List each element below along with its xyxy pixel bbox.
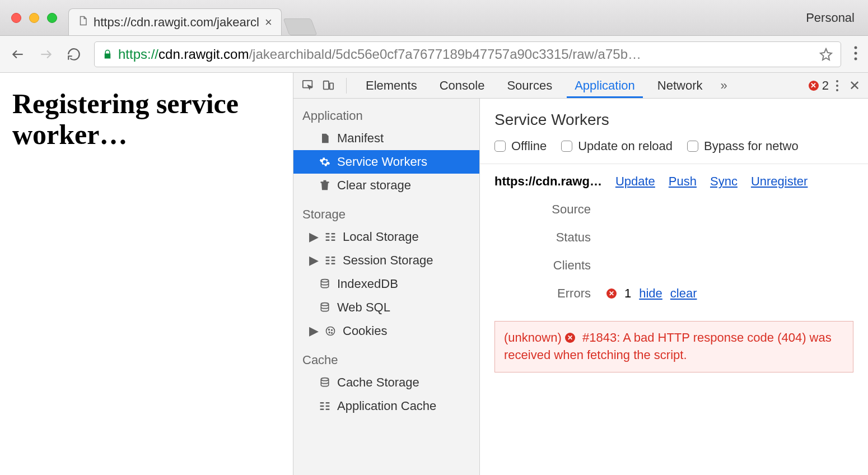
sync-link[interactable]: Sync bbox=[710, 174, 738, 189]
page-content: Registering service worker… bbox=[0, 73, 293, 475]
kebab-menu-icon[interactable] bbox=[853, 45, 858, 63]
svg-rect-4 bbox=[324, 81, 329, 89]
unregister-link[interactable]: Unregister bbox=[751, 174, 808, 189]
zoom-window-button[interactable] bbox=[47, 13, 57, 23]
label-source: Source bbox=[494, 202, 606, 217]
svg-point-8 bbox=[836, 89, 838, 91]
svg-point-16 bbox=[321, 378, 328, 381]
tab-title: https://cdn.rawgit.com/jakearcl bbox=[94, 15, 259, 30]
sidebar-item-websql[interactable]: Web SQL bbox=[293, 296, 479, 319]
database-icon bbox=[318, 278, 332, 290]
error-count: 1 bbox=[624, 286, 631, 301]
offline-checkbox[interactable]: Offline bbox=[494, 139, 547, 153]
sidebar-item-cookies[interactable]: ▶ Cookies bbox=[293, 319, 479, 343]
url-host: cdn.rawgit.com bbox=[158, 46, 249, 62]
sidebar-item-label: Web SQL bbox=[337, 300, 390, 315]
error-message-block: (unknown) ✕ #1843: A bad HTTP response c… bbox=[494, 321, 853, 372]
tab-network[interactable]: Network bbox=[650, 73, 711, 98]
minimize-window-button[interactable] bbox=[29, 13, 39, 23]
traffic-lights bbox=[11, 13, 57, 23]
svg-point-14 bbox=[329, 332, 330, 333]
sidebar-section-application: Application bbox=[293, 99, 479, 127]
devtools-body: Application Manifest Service Workers Cle… bbox=[293, 99, 868, 475]
svg-point-11 bbox=[326, 327, 335, 336]
disclosure-triangle-icon[interactable]: ▶ bbox=[309, 324, 318, 338]
sidebar-item-label: Manifest bbox=[337, 131, 384, 146]
reload-button[interactable] bbox=[66, 46, 82, 62]
checkbox-label: Offline bbox=[511, 139, 547, 153]
device-toggle-icon[interactable] bbox=[321, 80, 335, 92]
error-icon: ✕ bbox=[606, 288, 617, 299]
tab-elements[interactable]: Elements bbox=[358, 73, 425, 98]
forward-button[interactable] bbox=[38, 46, 54, 62]
sidebar-item-label: IndexedDB bbox=[337, 277, 398, 291]
push-link[interactable]: Push bbox=[669, 174, 697, 189]
devtools: Elements Console Sources Application Net… bbox=[293, 73, 868, 475]
back-button[interactable] bbox=[10, 46, 26, 62]
error-indicator[interactable]: ✕ 2 bbox=[809, 78, 829, 93]
tab-console[interactable]: Console bbox=[432, 73, 493, 98]
lock-icon bbox=[102, 48, 113, 60]
tab-strip: https://cdn.rawgit.com/jakearcl × bbox=[68, 0, 806, 35]
error-prefix: (unknown) bbox=[504, 329, 562, 347]
devtools-close-icon[interactable]: ✕ bbox=[849, 78, 860, 94]
sidebar-item-cache-storage[interactable]: Cache Storage bbox=[293, 371, 479, 394]
sidebar-item-indexeddb[interactable]: IndexedDB bbox=[293, 272, 479, 296]
page-heading: Registering service worker… bbox=[12, 89, 281, 150]
gear-icon bbox=[318, 156, 332, 167]
sidebar-item-application-cache[interactable]: Application Cache bbox=[293, 394, 479, 418]
update-on-reload-checkbox[interactable]: Update on reload bbox=[561, 139, 673, 153]
sidebar-item-label: Application Cache bbox=[337, 399, 436, 413]
toolbar: https://cdn.rawgit.com/jakearchibald/5dc… bbox=[0, 36, 868, 73]
more-tabs-icon[interactable]: » bbox=[717, 78, 730, 93]
devtools-menu-icon[interactable] bbox=[836, 80, 839, 92]
label-errors: Errors bbox=[494, 286, 606, 301]
browser-window: https://cdn.rawgit.com/jakearcl × Person… bbox=[0, 0, 868, 475]
error-icon: ✕ bbox=[809, 81, 819, 91]
bypass-for-network-checkbox[interactable]: Bypass for netwo bbox=[687, 139, 799, 153]
checkbox-icon bbox=[687, 141, 698, 152]
label-status: Status bbox=[494, 230, 606, 245]
sidebar-section-storage: Storage bbox=[293, 197, 479, 225]
clear-link[interactable]: clear bbox=[670, 286, 697, 301]
svg-point-9 bbox=[321, 280, 328, 282]
sidebar-item-manifest[interactable]: Manifest bbox=[293, 127, 479, 150]
inspect-icon[interactable] bbox=[301, 80, 315, 92]
tab-sources[interactable]: Sources bbox=[499, 73, 560, 98]
tab-close-icon[interactable]: × bbox=[265, 15, 272, 30]
bookmark-star-icon[interactable] bbox=[819, 48, 833, 61]
error-count: 2 bbox=[822, 78, 829, 93]
checkbox-icon bbox=[494, 141, 506, 152]
service-workers-title: Service Workers bbox=[480, 99, 868, 134]
omnibox[interactable]: https://cdn.rawgit.com/jakearchibald/5dc… bbox=[94, 41, 841, 67]
sidebar-item-local-storage[interactable]: ▶ Local Storage bbox=[293, 225, 479, 249]
file-icon bbox=[318, 133, 332, 144]
sidebar-item-label: Session Storage bbox=[343, 253, 433, 268]
tab-application[interactable]: Application bbox=[567, 73, 643, 98]
url-path: /jakearchibald/5dc56e0cf7a7677189b47757a… bbox=[249, 46, 641, 62]
database-icon bbox=[318, 377, 332, 388]
table-icon bbox=[324, 231, 337, 243]
profile-label[interactable]: Personal bbox=[806, 11, 855, 25]
sidebar-item-clear-storage[interactable]: Clear storage bbox=[293, 174, 479, 197]
disclosure-triangle-icon[interactable]: ▶ bbox=[309, 253, 318, 268]
browser-tab[interactable]: https://cdn.rawgit.com/jakearcl × bbox=[68, 8, 282, 35]
svg-point-0 bbox=[855, 46, 857, 49]
titlebar: https://cdn.rawgit.com/jakearcl × Person… bbox=[0, 0, 868, 36]
disclosure-triangle-icon[interactable]: ▶ bbox=[309, 230, 318, 244]
url-scheme: https:// bbox=[118, 46, 158, 62]
application-sidebar: Application Manifest Service Workers Cle… bbox=[293, 99, 480, 475]
checkbox-icon bbox=[561, 141, 572, 152]
checkbox-label: Update on reload bbox=[578, 139, 673, 153]
content-area: Registering service worker… Elements Con… bbox=[0, 73, 868, 475]
close-window-button[interactable] bbox=[11, 13, 21, 23]
new-tab-button[interactable] bbox=[283, 18, 317, 35]
error-icon: ✕ bbox=[565, 333, 575, 343]
update-link[interactable]: Update bbox=[615, 174, 655, 189]
hide-link[interactable]: hide bbox=[639, 286, 662, 301]
errors-value: ✕ 1 hide clear bbox=[606, 286, 697, 301]
checkbox-label: Bypass for netwo bbox=[704, 139, 799, 153]
label-clients: Clients bbox=[494, 258, 606, 273]
sidebar-item-session-storage[interactable]: ▶ Session Storage bbox=[293, 249, 479, 272]
sidebar-item-service-workers[interactable]: Service Workers bbox=[293, 150, 479, 174]
